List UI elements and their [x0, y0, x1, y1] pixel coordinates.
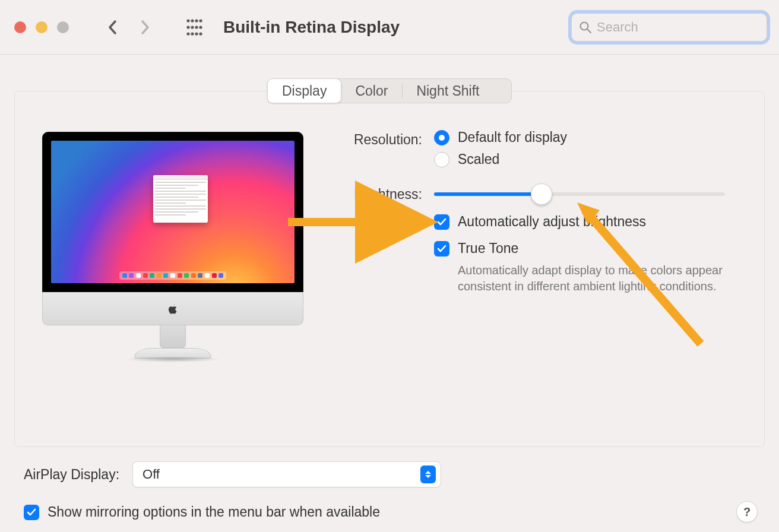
fullscreen-window-button[interactable] [57, 21, 69, 33]
svg-point-6 [195, 26, 198, 28]
tab-night-shift[interactable]: Night Shift [402, 79, 493, 103]
svg-point-0 [186, 19, 189, 22]
checkbox-checked-icon [434, 241, 449, 256]
resolution-scaled-label: Scaled [458, 151, 499, 167]
svg-point-5 [191, 26, 194, 28]
apple-logo-icon [42, 292, 303, 325]
auto-brightness-label: Automatically adjust brightness [458, 214, 646, 230]
brightness-slider-thumb[interactable] [531, 183, 552, 205]
airplay-value: Off [142, 467, 160, 482]
svg-point-8 [186, 32, 189, 35]
airplay-label: AirPlay Display: [24, 467, 119, 483]
tab-display-label: Display [282, 83, 327, 99]
radio-checked-icon [434, 130, 449, 145]
resolution-label: Resolution: [339, 129, 434, 148]
svg-point-9 [191, 32, 194, 35]
brightness-label: Brightness: [339, 184, 434, 202]
tab-display[interactable]: Display [267, 78, 341, 103]
settings-panel: Resolution: Default for display Scaled B… [14, 91, 765, 447]
minimize-window-button[interactable] [36, 21, 48, 33]
imac-illustration [42, 132, 303, 359]
select-stepper-icon [420, 466, 436, 483]
checkbox-checked-icon [434, 214, 449, 230]
auto-brightness-checkbox-row[interactable]: Automatically adjust brightness [434, 214, 737, 230]
svg-point-4 [186, 26, 189, 28]
svg-point-1 [191, 19, 194, 22]
show-all-prefs-button[interactable] [183, 15, 207, 39]
forward-button[interactable] [133, 15, 157, 39]
svg-line-13 [587, 29, 591, 33]
mirroring-checkbox-row[interactable]: Show mirroring options in the menu bar w… [24, 504, 758, 520]
search-input[interactable] [597, 20, 759, 35]
help-icon: ? [743, 505, 750, 519]
resolution-scaled-option[interactable]: Scaled [434, 151, 737, 167]
display-preview [42, 127, 303, 423]
tab-bar: Display Color Night Shift [267, 78, 512, 103]
svg-point-10 [195, 32, 198, 35]
tab-color[interactable]: Color [341, 79, 402, 103]
search-field-container[interactable] [571, 13, 767, 42]
tab-night-shift-label: Night Shift [416, 83, 479, 99]
svg-point-7 [199, 26, 202, 28]
radio-unchecked-icon [434, 152, 449, 167]
true-tone-help-text: Automatically adapt display to make colo… [458, 262, 731, 294]
true-tone-checkbox-row[interactable]: True Tone [434, 240, 737, 256]
settings-column: Resolution: Default for display Scaled B… [339, 127, 737, 423]
help-button[interactable]: ? [736, 501, 758, 522]
bottom-controls: AirPlay Display: Off Show mirroring opti… [0, 447, 779, 526]
close-window-button[interactable] [14, 21, 26, 33]
tab-color-label: Color [355, 83, 388, 99]
window-controls [14, 21, 69, 33]
airplay-select[interactable]: Off [132, 461, 441, 487]
svg-point-2 [195, 19, 198, 22]
search-icon [579, 21, 592, 34]
true-tone-label: True Tone [458, 240, 518, 256]
page-title: Built-in Retina Display [223, 18, 563, 37]
checkbox-checked-icon [24, 505, 39, 520]
brightness-slider[interactable] [434, 192, 725, 196]
back-button[interactable] [101, 15, 125, 39]
mirroring-label: Show mirroring options in the menu bar w… [48, 504, 380, 520]
resolution-default-option[interactable]: Default for display [434, 129, 737, 145]
svg-point-11 [199, 32, 202, 35]
resolution-default-label: Default for display [458, 129, 567, 145]
svg-point-3 [199, 19, 202, 22]
window-toolbar: Built-in Retina Display [0, 0, 779, 55]
